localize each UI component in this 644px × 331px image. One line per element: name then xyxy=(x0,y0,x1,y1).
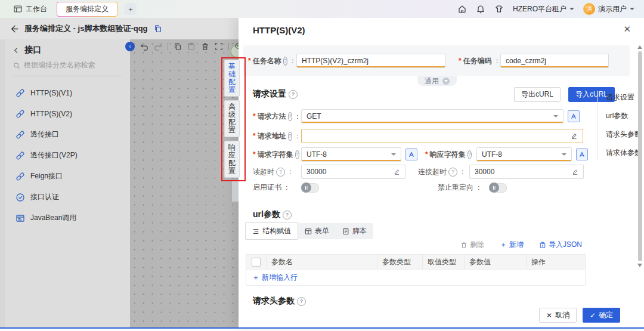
help-icon[interactable] xyxy=(283,211,292,219)
notification-bell-icon[interactable] xyxy=(476,4,485,14)
edit-pencil-icon[interactable] xyxy=(394,168,400,175)
chevron-down-icon xyxy=(630,8,634,10)
delete-param-button[interactable]: 删除 xyxy=(460,240,484,250)
col-param-type: 参数类型 xyxy=(377,255,423,269)
variable-picker-icon[interactable] xyxy=(576,149,588,160)
request-charset-select[interactable]: UTF-8 xyxy=(301,147,401,162)
scrollbar-thumb[interactable] xyxy=(638,51,642,261)
select-all-checkbox[interactable] xyxy=(252,258,261,267)
url-input[interactable] xyxy=(306,132,571,140)
tab-service-orchestration-label: 服务编排定义 xyxy=(66,4,109,14)
request-charset-value: UTF-8 xyxy=(306,150,327,159)
response-charset-select[interactable]: UTF-8 xyxy=(476,147,572,162)
confirm-button[interactable]: ✓ 确定 xyxy=(583,308,620,323)
variable-picker-icon[interactable] xyxy=(405,149,417,160)
tenant-label: HZERO平台租户 xyxy=(513,4,566,14)
method-select[interactable]: GET xyxy=(301,109,564,123)
task-code-input[interactable] xyxy=(506,57,603,65)
tab-script[interactable]: 脚本 xyxy=(336,223,373,239)
help-icon[interactable] xyxy=(288,132,292,141)
col-param-name: 参数名 xyxy=(267,255,377,269)
read-timeout-field[interactable] xyxy=(301,165,405,179)
browser-tab-bar: 工作台 服务编排定义 + HZERO平台租户 演 演示用户 xyxy=(0,0,644,18)
param-mode-tabs: 结构赋值 表单 脚本 xyxy=(246,223,373,239)
url-params-title: url参数 xyxy=(253,209,280,220)
help-icon[interactable] xyxy=(448,168,457,177)
url-label: 请求地址 xyxy=(253,131,286,141)
anchor-url-params[interactable]: url参数 xyxy=(606,111,642,121)
param-table-header: 参数名 参数类型 取值类型 参数值 操作 xyxy=(246,255,585,269)
scroll-up-arrow-icon[interactable] xyxy=(637,45,642,49)
col-value-type: 取值类型 xyxy=(423,255,465,269)
help-icon[interactable] xyxy=(288,112,292,121)
connect-timeout-label: 连接超时 xyxy=(418,167,447,177)
anchor-request-body[interactable]: 请求体参数 xyxy=(606,148,642,158)
url-field[interactable] xyxy=(301,129,583,143)
tab-label: 表单 xyxy=(315,226,329,236)
collapse-caret-icon xyxy=(442,78,450,85)
task-code-label: 任务编码 xyxy=(459,56,492,66)
check-icon: ✓ xyxy=(590,311,596,320)
tenant-switcher[interactable]: HZERO平台租户 xyxy=(513,4,574,14)
anchor-request-headers[interactable]: 请求头参数 xyxy=(606,129,642,140)
read-timeout-input[interactable] xyxy=(306,168,394,176)
delete-param-label: 删除 xyxy=(470,240,484,250)
enable-cert-label: 启用证书 xyxy=(253,182,281,193)
script-icon xyxy=(342,228,349,235)
help-icon[interactable] xyxy=(283,57,287,66)
user-menu[interactable]: 演 演示用户 xyxy=(583,3,634,15)
workbench-icon xyxy=(13,4,23,14)
tab-basic-config[interactable]: 基础配置 xyxy=(224,60,240,97)
task-name-label: 任务名称 xyxy=(248,56,281,66)
export-curl-button[interactable]: 导出cURL xyxy=(514,87,561,102)
close-icon[interactable]: ✕ xyxy=(623,24,631,35)
connect-timeout-input[interactable] xyxy=(475,168,572,176)
help-icon[interactable] xyxy=(289,90,298,99)
task-name-field[interactable] xyxy=(296,54,445,68)
drawer-scrollbar[interactable] xyxy=(637,45,642,304)
enable-cert-toggle[interactable] xyxy=(301,183,319,193)
tab-workbench[interactable]: 工作台 xyxy=(10,2,51,16)
modal-mask[interactable] xyxy=(0,18,239,327)
help-icon[interactable] xyxy=(295,150,299,159)
param-table: 参数名 参数类型 取值类型 参数值 操作 ＋ 新增输入行 xyxy=(246,254,586,286)
connect-timeout-field[interactable] xyxy=(469,165,584,179)
task-code-field[interactable] xyxy=(500,54,609,68)
cancel-label: 取消 xyxy=(555,310,569,320)
home-icon[interactable] xyxy=(457,4,467,14)
theme-skin-icon[interactable] xyxy=(494,4,504,14)
common-collapse-toggle[interactable]: 通用 xyxy=(417,76,457,86)
edit-pencil-icon[interactable] xyxy=(571,132,578,140)
import-json-button[interactable]: 导入JSON xyxy=(539,240,582,250)
variable-picker-icon[interactable] xyxy=(568,110,580,122)
cancel-button[interactable]: ✕ 取消 xyxy=(539,308,577,323)
add-input-row-button[interactable]: ＋ 新增输入行 xyxy=(246,269,585,285)
tab-form[interactable]: 表单 xyxy=(298,223,336,239)
import-json-icon xyxy=(539,242,546,249)
task-name-input[interactable] xyxy=(302,57,440,65)
edit-pencil-icon[interactable] xyxy=(572,168,578,175)
tab-response-config[interactable]: 响应配置 xyxy=(224,141,240,178)
help-icon[interactable] xyxy=(276,168,285,177)
tab-advanced-config[interactable]: 高级配置 xyxy=(224,100,240,137)
anchor-request-settings[interactable]: 请求设置 xyxy=(606,92,642,103)
chevron-down-icon xyxy=(562,153,566,156)
tab-service-orchestration[interactable]: 服务编排定义 xyxy=(57,2,117,17)
close-x-icon: ✕ xyxy=(546,311,552,320)
avatar: 演 xyxy=(583,3,595,15)
add-param-label: 新增 xyxy=(509,240,524,250)
tab-label: 结构赋值 xyxy=(262,226,291,236)
http-v2-config-drawer: HTTP(S)(V2) ✕ 任务名称 任务编码 通用 请求设置 导出cURL 导… xyxy=(239,18,644,327)
help-icon[interactable] xyxy=(467,150,472,159)
tab-structure-assign[interactable]: 结构赋值 xyxy=(245,222,298,240)
new-tab-button[interactable]: + xyxy=(125,3,137,15)
plus-icon: ＋ xyxy=(252,273,259,283)
disable-redirect-toggle[interactable] xyxy=(489,183,507,193)
add-param-button[interactable]: ＋ 新增 xyxy=(500,240,524,250)
config-tab-strip: 基础配置 高级配置 响应配置 xyxy=(224,60,240,178)
help-icon[interactable] xyxy=(297,297,306,306)
editor-background: 服务编排定义 - js脚本数组验证-qqg 接口 根据编排分类名称检索 HTTP… xyxy=(0,18,239,327)
scroll-down-arrow-icon[interactable] xyxy=(637,264,642,267)
drawer-footer: ✕ 取消 ✓ 确定 xyxy=(539,308,620,323)
tab-label: 脚本 xyxy=(352,226,367,236)
